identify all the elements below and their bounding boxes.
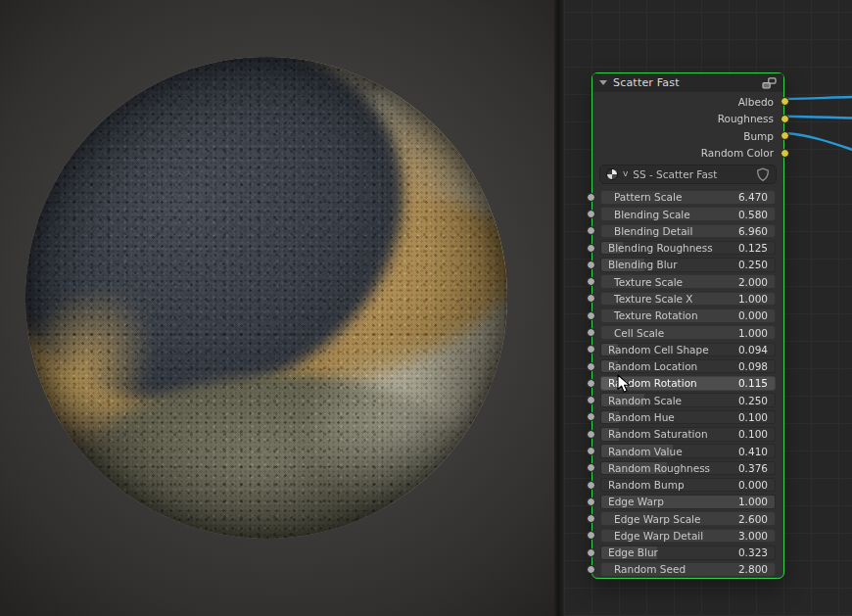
param-value: 0.125 bbox=[738, 242, 776, 254]
node-group-icon bbox=[762, 77, 777, 89]
param-edge-blur[interactable]: Edge Blur0.323 bbox=[600, 545, 776, 560]
param-value: 0.250 bbox=[738, 259, 776, 270]
input-socket-random-cell-shape[interactable] bbox=[587, 345, 595, 354]
param-random-bump[interactable]: Random Bump0.000 bbox=[600, 478, 776, 493]
param-blending-blur[interactable]: Blending Blur0.250 bbox=[600, 258, 776, 272]
param-blending-roughness[interactable]: Blending Roughness0.125 bbox=[600, 241, 776, 256]
shield-icon[interactable] bbox=[756, 167, 770, 182]
mouse-cursor-icon bbox=[617, 374, 635, 394]
input-socket-random-location[interactable] bbox=[587, 362, 595, 371]
param-label: Blending Blur bbox=[600, 259, 738, 270]
param-label: Edge Warp bbox=[600, 496, 738, 507]
node-group-name: SS - Scatter Fast bbox=[633, 168, 751, 180]
node-title: Scatter Fast bbox=[613, 76, 756, 89]
input-socket-pattern-scale[interactable] bbox=[587, 193, 595, 202]
preview-sphere bbox=[25, 57, 507, 539]
param-texture-scale-x[interactable]: Texture Scale X1.000 bbox=[600, 292, 776, 307]
param-random-scale[interactable]: Random Scale0.250 bbox=[600, 393, 776, 407]
input-socket-edge-blur[interactable] bbox=[587, 548, 595, 557]
input-socket-blending-scale[interactable] bbox=[587, 210, 595, 218]
param-value: 2.000 bbox=[738, 276, 776, 288]
param-random-roughness[interactable]: Random Roughness0.376 bbox=[600, 461, 776, 476]
input-socket-edge-warp-scale[interactable] bbox=[587, 514, 595, 523]
param-label: Random Location bbox=[600, 360, 738, 372]
param-value: 0.250 bbox=[738, 395, 776, 406]
chevron-down-icon[interactable]: v bbox=[623, 168, 628, 178]
param-random-location[interactable]: Random Location0.098 bbox=[600, 359, 776, 374]
param-value: 0.000 bbox=[738, 309, 776, 321]
input-socket-edge-warp-detail[interactable] bbox=[587, 531, 595, 540]
param-random-cell-shape[interactable]: Random Cell Shape0.094 bbox=[600, 343, 776, 357]
param-label: Edge Warp Scale bbox=[600, 513, 738, 525]
param-texture-rotation[interactable]: Texture Rotation0.000 bbox=[600, 308, 776, 323]
param-value: 0.410 bbox=[738, 446, 776, 457]
param-value: 2.600 bbox=[738, 513, 776, 525]
param-label: Texture Rotation bbox=[600, 309, 738, 321]
input-socket-blending-roughness[interactable] bbox=[587, 244, 595, 253]
param-edge-warp-scale[interactable]: Edge Warp Scale2.600 bbox=[600, 511, 776, 526]
node-group-selector[interactable]: v SS - Scatter Fast bbox=[599, 165, 777, 184]
input-socket-random-value[interactable] bbox=[587, 447, 595, 455]
param-value: 0.100 bbox=[738, 411, 776, 423]
param-label: Pattern Scale bbox=[600, 191, 738, 203]
param-pattern-scale[interactable]: Pattern Scale6.470 bbox=[600, 190, 776, 205]
input-socket-random-hue[interactable] bbox=[587, 412, 595, 421]
param-label: Random Hue bbox=[600, 411, 738, 423]
input-socket-edge-warp[interactable] bbox=[587, 498, 595, 506]
material-sphere-icon[interactable] bbox=[606, 168, 618, 180]
param-cell-scale[interactable]: Cell Scale1.000 bbox=[600, 325, 776, 340]
param-blending-detail[interactable]: Blending Detail6.960 bbox=[600, 224, 776, 239]
param-value: 2.800 bbox=[738, 563, 776, 575]
input-socket-random-seed[interactable] bbox=[587, 565, 595, 574]
param-value: 1.000 bbox=[738, 496, 776, 507]
param-random-value[interactable]: Random Value0.410 bbox=[600, 444, 776, 458]
input-socket-blending-blur[interactable] bbox=[587, 261, 595, 269]
param-value: 0.094 bbox=[738, 344, 776, 355]
input-socket-blending-detail[interactable] bbox=[587, 226, 595, 235]
param-value: 6.470 bbox=[738, 191, 776, 203]
param-label: Random Scale bbox=[600, 395, 738, 406]
param-value: 1.000 bbox=[738, 327, 776, 339]
input-socket-random-rotation[interactable] bbox=[587, 379, 595, 388]
param-random-saturation[interactable]: Random Saturation0.100 bbox=[600, 427, 776, 442]
param-random-hue[interactable]: Random Hue0.100 bbox=[600, 410, 776, 425]
param-label: Texture Scale X bbox=[600, 293, 738, 305]
collapse-triangle-icon[interactable] bbox=[599, 80, 607, 85]
material-preview-viewport bbox=[0, 0, 554, 616]
input-socket-cell-scale[interactable] bbox=[587, 328, 595, 337]
param-label: Texture Scale bbox=[600, 276, 738, 288]
input-socket-random-saturation[interactable] bbox=[587, 430, 595, 439]
param-value: 0.580 bbox=[738, 209, 776, 220]
input-socket-texture-scale[interactable] bbox=[587, 277, 595, 286]
param-value: 3.000 bbox=[738, 530, 776, 542]
output-label: Bump bbox=[743, 130, 774, 142]
input-socket-random-roughness[interactable] bbox=[587, 463, 595, 472]
node-header[interactable]: Scatter Fast bbox=[592, 73, 783, 92]
node-outputs: AlbedoRoughnessBumpRandom Color bbox=[592, 92, 783, 162]
param-edge-warp-detail[interactable]: Edge Warp Detail3.000 bbox=[600, 529, 776, 544]
editor-separator[interactable] bbox=[554, 0, 564, 616]
param-edge-warp[interactable]: Edge Warp1.000 bbox=[600, 495, 776, 509]
param-value: 6.960 bbox=[738, 225, 776, 237]
output-label: Roughness bbox=[718, 113, 774, 124]
param-blending-scale[interactable]: Blending Scale0.580 bbox=[600, 207, 776, 221]
input-socket-texture-rotation[interactable] bbox=[587, 311, 595, 320]
param-label: Random Bump bbox=[600, 479, 738, 491]
output-socket-roughness[interactable] bbox=[781, 115, 789, 123]
param-value: 1.000 bbox=[738, 293, 776, 305]
param-label: Edge Warp Detail bbox=[600, 530, 738, 542]
scatter-fast-node[interactable]: Scatter Fast AlbedoRoughnessBumpRandom C… bbox=[592, 72, 784, 579]
param-label: Blending Scale bbox=[600, 209, 738, 220]
param-random-seed[interactable]: Random Seed2.800 bbox=[600, 562, 776, 577]
param-label: Random Seed bbox=[600, 563, 738, 575]
param-texture-scale[interactable]: Texture Scale2.000 bbox=[600, 274, 776, 289]
param-label: Cell Scale bbox=[600, 327, 738, 339]
input-socket-random-bump[interactable] bbox=[587, 481, 595, 490]
param-value: 0.323 bbox=[738, 546, 776, 558]
output-label: Albedo bbox=[738, 96, 774, 108]
input-socket-random-scale[interactable] bbox=[587, 396, 595, 404]
output-socket-random-color[interactable] bbox=[781, 149, 789, 158]
output-row-albedo: Albedo bbox=[592, 93, 783, 111]
input-socket-texture-scale-x[interactable] bbox=[587, 294, 595, 303]
output-row-roughness: Roughness bbox=[592, 111, 783, 128]
